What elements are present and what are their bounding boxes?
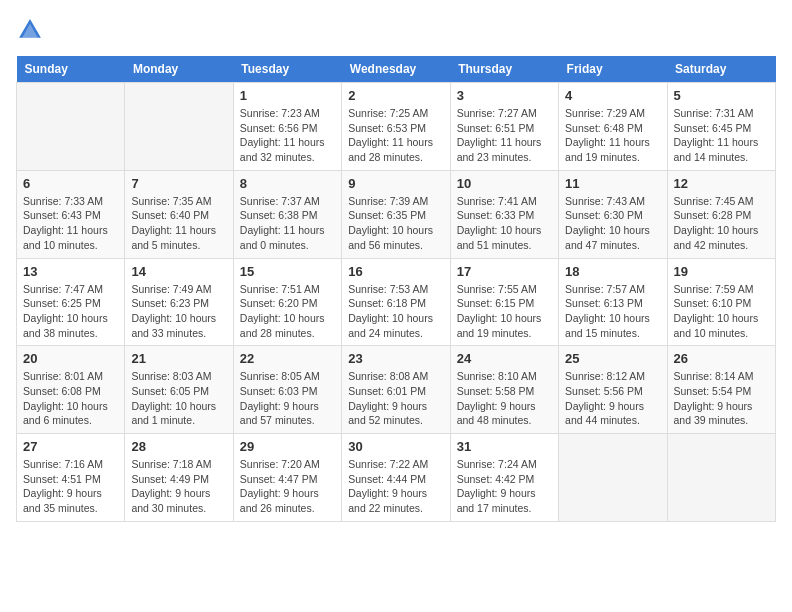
day-info: Sunrise: 7:45 AM Sunset: 6:28 PM Dayligh…	[674, 194, 769, 253]
day-info: Sunrise: 7:43 AM Sunset: 6:30 PM Dayligh…	[565, 194, 660, 253]
calendar-cell: 8Sunrise: 7:37 AM Sunset: 6:38 PM Daylig…	[233, 170, 341, 258]
day-number: 27	[23, 439, 118, 454]
day-info: Sunrise: 7:25 AM Sunset: 6:53 PM Dayligh…	[348, 106, 443, 165]
day-info: Sunrise: 7:51 AM Sunset: 6:20 PM Dayligh…	[240, 282, 335, 341]
day-number: 20	[23, 351, 118, 366]
calendar-cell: 9Sunrise: 7:39 AM Sunset: 6:35 PM Daylig…	[342, 170, 450, 258]
day-info: Sunrise: 7:29 AM Sunset: 6:48 PM Dayligh…	[565, 106, 660, 165]
day-number: 12	[674, 176, 769, 191]
day-info: Sunrise: 8:01 AM Sunset: 6:08 PM Dayligh…	[23, 369, 118, 428]
calendar-week-1: 1Sunrise: 7:23 AM Sunset: 6:56 PM Daylig…	[17, 83, 776, 171]
weekday-header-tuesday: Tuesday	[233, 56, 341, 83]
day-number: 5	[674, 88, 769, 103]
day-number: 9	[348, 176, 443, 191]
calendar-cell: 1Sunrise: 7:23 AM Sunset: 6:56 PM Daylig…	[233, 83, 341, 171]
day-number: 10	[457, 176, 552, 191]
calendar-week-4: 20Sunrise: 8:01 AM Sunset: 6:08 PM Dayli…	[17, 346, 776, 434]
calendar-cell: 3Sunrise: 7:27 AM Sunset: 6:51 PM Daylig…	[450, 83, 558, 171]
calendar-cell: 13Sunrise: 7:47 AM Sunset: 6:25 PM Dayli…	[17, 258, 125, 346]
calendar-cell: 4Sunrise: 7:29 AM Sunset: 6:48 PM Daylig…	[559, 83, 667, 171]
day-info: Sunrise: 7:24 AM Sunset: 4:42 PM Dayligh…	[457, 457, 552, 516]
day-number: 4	[565, 88, 660, 103]
day-info: Sunrise: 7:16 AM Sunset: 4:51 PM Dayligh…	[23, 457, 118, 516]
day-info: Sunrise: 7:33 AM Sunset: 6:43 PM Dayligh…	[23, 194, 118, 253]
calendar-cell: 2Sunrise: 7:25 AM Sunset: 6:53 PM Daylig…	[342, 83, 450, 171]
calendar-cell: 15Sunrise: 7:51 AM Sunset: 6:20 PM Dayli…	[233, 258, 341, 346]
day-info: Sunrise: 7:55 AM Sunset: 6:15 PM Dayligh…	[457, 282, 552, 341]
calendar-table: SundayMondayTuesdayWednesdayThursdayFrid…	[16, 56, 776, 522]
calendar-cell: 24Sunrise: 8:10 AM Sunset: 5:58 PM Dayli…	[450, 346, 558, 434]
calendar-cell	[559, 434, 667, 522]
day-info: Sunrise: 7:53 AM Sunset: 6:18 PM Dayligh…	[348, 282, 443, 341]
calendar-cell: 30Sunrise: 7:22 AM Sunset: 4:44 PM Dayli…	[342, 434, 450, 522]
day-info: Sunrise: 8:14 AM Sunset: 5:54 PM Dayligh…	[674, 369, 769, 428]
day-number: 21	[131, 351, 226, 366]
day-number: 25	[565, 351, 660, 366]
day-info: Sunrise: 7:31 AM Sunset: 6:45 PM Dayligh…	[674, 106, 769, 165]
calendar-cell: 20Sunrise: 8:01 AM Sunset: 6:08 PM Dayli…	[17, 346, 125, 434]
day-info: Sunrise: 8:08 AM Sunset: 6:01 PM Dayligh…	[348, 369, 443, 428]
calendar-week-3: 13Sunrise: 7:47 AM Sunset: 6:25 PM Dayli…	[17, 258, 776, 346]
calendar-cell	[125, 83, 233, 171]
day-info: Sunrise: 7:35 AM Sunset: 6:40 PM Dayligh…	[131, 194, 226, 253]
day-number: 31	[457, 439, 552, 454]
calendar-cell: 26Sunrise: 8:14 AM Sunset: 5:54 PM Dayli…	[667, 346, 775, 434]
day-info: Sunrise: 7:59 AM Sunset: 6:10 PM Dayligh…	[674, 282, 769, 341]
calendar-cell: 31Sunrise: 7:24 AM Sunset: 4:42 PM Dayli…	[450, 434, 558, 522]
calendar-cell	[17, 83, 125, 171]
day-number: 15	[240, 264, 335, 279]
day-info: Sunrise: 7:22 AM Sunset: 4:44 PM Dayligh…	[348, 457, 443, 516]
day-number: 14	[131, 264, 226, 279]
day-number: 8	[240, 176, 335, 191]
calendar-cell: 19Sunrise: 7:59 AM Sunset: 6:10 PM Dayli…	[667, 258, 775, 346]
day-number: 6	[23, 176, 118, 191]
day-info: Sunrise: 7:41 AM Sunset: 6:33 PM Dayligh…	[457, 194, 552, 253]
calendar-cell: 27Sunrise: 7:16 AM Sunset: 4:51 PM Dayli…	[17, 434, 125, 522]
day-number: 2	[348, 88, 443, 103]
day-info: Sunrise: 7:37 AM Sunset: 6:38 PM Dayligh…	[240, 194, 335, 253]
calendar-cell: 6Sunrise: 7:33 AM Sunset: 6:43 PM Daylig…	[17, 170, 125, 258]
day-info: Sunrise: 7:39 AM Sunset: 6:35 PM Dayligh…	[348, 194, 443, 253]
calendar-cell: 5Sunrise: 7:31 AM Sunset: 6:45 PM Daylig…	[667, 83, 775, 171]
day-number: 19	[674, 264, 769, 279]
day-number: 13	[23, 264, 118, 279]
day-info: Sunrise: 7:47 AM Sunset: 6:25 PM Dayligh…	[23, 282, 118, 341]
day-number: 7	[131, 176, 226, 191]
calendar-cell: 14Sunrise: 7:49 AM Sunset: 6:23 PM Dayli…	[125, 258, 233, 346]
page-header	[16, 16, 776, 44]
day-number: 24	[457, 351, 552, 366]
calendar-cell: 18Sunrise: 7:57 AM Sunset: 6:13 PM Dayli…	[559, 258, 667, 346]
weekday-header-saturday: Saturday	[667, 56, 775, 83]
day-number: 1	[240, 88, 335, 103]
day-info: Sunrise: 8:05 AM Sunset: 6:03 PM Dayligh…	[240, 369, 335, 428]
weekday-header-friday: Friday	[559, 56, 667, 83]
day-info: Sunrise: 7:27 AM Sunset: 6:51 PM Dayligh…	[457, 106, 552, 165]
day-number: 3	[457, 88, 552, 103]
logo	[16, 16, 50, 44]
day-info: Sunrise: 8:12 AM Sunset: 5:56 PM Dayligh…	[565, 369, 660, 428]
day-info: Sunrise: 7:18 AM Sunset: 4:49 PM Dayligh…	[131, 457, 226, 516]
calendar-cell: 11Sunrise: 7:43 AM Sunset: 6:30 PM Dayli…	[559, 170, 667, 258]
logo-icon	[16, 16, 44, 44]
calendar-cell: 29Sunrise: 7:20 AM Sunset: 4:47 PM Dayli…	[233, 434, 341, 522]
calendar-cell: 23Sunrise: 8:08 AM Sunset: 6:01 PM Dayli…	[342, 346, 450, 434]
weekday-header-thursday: Thursday	[450, 56, 558, 83]
calendar-week-5: 27Sunrise: 7:16 AM Sunset: 4:51 PM Dayli…	[17, 434, 776, 522]
calendar-cell: 25Sunrise: 8:12 AM Sunset: 5:56 PM Dayli…	[559, 346, 667, 434]
calendar-cell	[667, 434, 775, 522]
day-number: 17	[457, 264, 552, 279]
calendar-cell: 21Sunrise: 8:03 AM Sunset: 6:05 PM Dayli…	[125, 346, 233, 434]
day-number: 11	[565, 176, 660, 191]
calendar-cell: 17Sunrise: 7:55 AM Sunset: 6:15 PM Dayli…	[450, 258, 558, 346]
day-number: 22	[240, 351, 335, 366]
calendar-cell: 16Sunrise: 7:53 AM Sunset: 6:18 PM Dayli…	[342, 258, 450, 346]
day-info: Sunrise: 7:49 AM Sunset: 6:23 PM Dayligh…	[131, 282, 226, 341]
weekday-header-sunday: Sunday	[17, 56, 125, 83]
weekday-header-wednesday: Wednesday	[342, 56, 450, 83]
day-number: 28	[131, 439, 226, 454]
day-number: 26	[674, 351, 769, 366]
calendar-week-2: 6Sunrise: 7:33 AM Sunset: 6:43 PM Daylig…	[17, 170, 776, 258]
day-number: 18	[565, 264, 660, 279]
weekday-header-monday: Monday	[125, 56, 233, 83]
day-number: 16	[348, 264, 443, 279]
